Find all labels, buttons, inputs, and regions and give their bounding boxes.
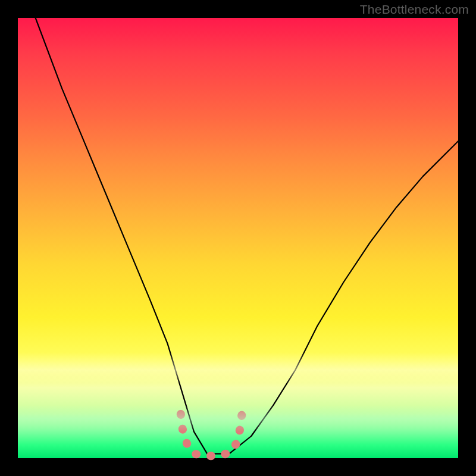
curve-layer bbox=[18, 18, 458, 458]
chart-frame: TheBottleneck.com bbox=[0, 0, 476, 476]
plot-area bbox=[18, 18, 458, 458]
bottleneck-curve bbox=[36, 18, 458, 454]
watermark-text: TheBottleneck.com bbox=[360, 2, 469, 17]
